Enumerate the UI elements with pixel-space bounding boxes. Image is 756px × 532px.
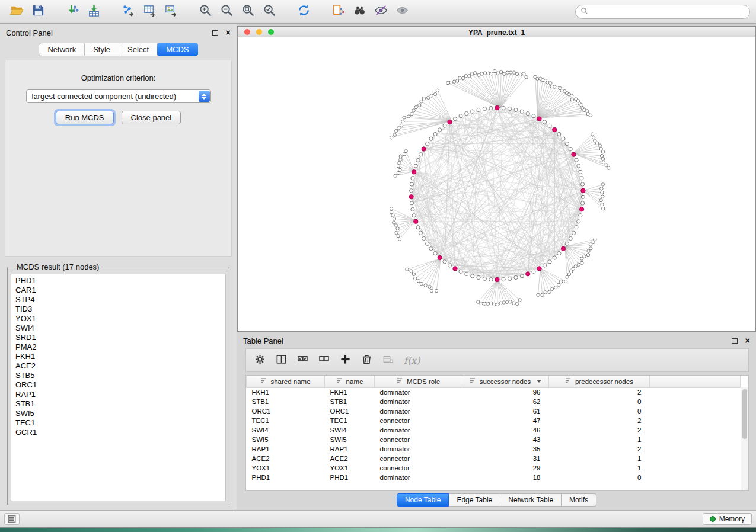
binoculars-icon [353, 4, 366, 20]
table-settings-button[interactable] [254, 354, 266, 367]
mcds-result-item[interactable]: YOX1 [15, 314, 221, 323]
export-network-button[interactable] [117, 3, 139, 21]
run-mcds-button[interactable]: Run MCDS [56, 111, 114, 124]
delete-table-button[interactable] [382, 354, 394, 367]
table-row[interactable]: ACE2ACE2connector311 [247, 454, 741, 463]
close-window-icon[interactable] [244, 29, 250, 35]
network-graph[interactable] [238, 37, 755, 331]
mcds-result-item[interactable]: STP4 [15, 295, 221, 305]
show-graphics-details-button[interactable] [391, 3, 413, 21]
add-column-button[interactable] [340, 354, 351, 367]
open-file-button[interactable] [6, 3, 27, 21]
table-cell: 62 [462, 397, 549, 406]
export-image-button[interactable] [160, 3, 181, 21]
mcds-result-item[interactable]: ORC1 [15, 380, 221, 390]
column-header-shared-name[interactable]: shared name [247, 376, 325, 387]
mcds-result-list[interactable]: PHD1CAR1STP4TID3YOX1SWI4SRD1PMA2FKH1ACE2… [11, 274, 226, 501]
node-table-container: shared namenameMCDS rolesuccessor nodesp… [245, 375, 749, 491]
tab-node-table[interactable]: Node Table [397, 493, 449, 507]
mcds-result-item[interactable]: STB1 [15, 399, 221, 409]
minimize-window-icon[interactable] [256, 29, 262, 35]
tab-mcds[interactable]: MCDS [157, 43, 197, 56]
close-table-panel-icon[interactable]: × [745, 338, 750, 344]
mcds-result-item[interactable]: CAR1 [15, 286, 221, 295]
table-row[interactable]: SWI5SWI5connector431 [247, 435, 741, 444]
export-table-button[interactable] [139, 3, 160, 21]
network-view-titlebar[interactable]: YPA_prune.txt_1 [238, 27, 755, 37]
select-all-rows-button[interactable] [297, 354, 308, 367]
zoom-out-button[interactable] [216, 3, 237, 21]
zoom-in-button[interactable] [194, 3, 216, 21]
table-scrollbar[interactable] [741, 387, 748, 490]
zoom-fit-button[interactable] [237, 3, 259, 21]
annotation-share-button[interactable] [327, 3, 349, 21]
table-cell: dominator [375, 425, 462, 435]
table-cell: dominator [375, 444, 462, 454]
sort-chevron-icon [537, 380, 541, 383]
function-builder-button[interactable]: f(x) [404, 355, 420, 366]
table-cell: ACE2 [325, 454, 375, 463]
task-history-button[interactable] [4, 513, 20, 525]
column-header-name[interactable]: name [325, 376, 375, 387]
tab-motifs[interactable]: Motifs [562, 493, 596, 507]
save-button[interactable] [27, 3, 49, 21]
mcds-result-item[interactable]: ACE2 [15, 361, 221, 371]
deselect-all-rows-button[interactable] [318, 354, 330, 367]
column-header-filler [650, 376, 741, 387]
window-controls [244, 29, 274, 35]
table-cell: 2 [549, 444, 650, 454]
table-row[interactable]: STB1STB1dominator620 [247, 397, 741, 406]
table-cell: FKH1 [325, 387, 375, 397]
maximize-window-icon[interactable] [268, 29, 274, 35]
import-network-button[interactable] [62, 3, 83, 21]
mcds-result-item[interactable]: SWI5 [15, 409, 221, 418]
show-columns-button[interactable] [276, 354, 287, 367]
column-header-predecessor-nodes[interactable]: predecessor nodes [549, 376, 650, 387]
table-row[interactable]: PHD1PHD1dominator180 [247, 473, 741, 482]
table-row[interactable]: SWI4SWI4dominator462 [247, 425, 741, 435]
tab-select[interactable]: Select [119, 43, 158, 56]
mcds-result-item[interactable]: PMA2 [15, 342, 221, 352]
network-canvas[interactable] [238, 37, 755, 331]
mcds-result-item[interactable]: TID3 [15, 305, 221, 314]
column-header-successor-nodes[interactable]: successor nodes [462, 376, 549, 387]
mcds-result-item[interactable]: FKH1 [15, 352, 221, 361]
import-table-button[interactable] [83, 3, 104, 21]
control-panel-header: Control Panel × [0, 24, 237, 39]
tab-edge-table[interactable]: Edge Table [449, 493, 500, 507]
scrollbar-thumb[interactable] [742, 389, 747, 439]
mcds-result-item[interactable]: PHD1 [15, 276, 221, 286]
optimization-criterion-select[interactable]: largest connected component (undirected) [26, 89, 211, 103]
search-binoculars-button[interactable] [349, 3, 370, 21]
import-table-icon [87, 4, 101, 20]
zoom-selected-button[interactable] [259, 3, 280, 21]
hide-graphics-details-button[interactable] [370, 3, 391, 21]
float-table-panel-icon[interactable] [732, 338, 738, 344]
table-cell: STB1 [247, 397, 325, 406]
mcds-result-item[interactable]: TEC1 [15, 418, 221, 428]
float-panel-icon[interactable] [212, 30, 218, 36]
refresh-button[interactable] [293, 3, 314, 21]
table-row[interactable]: YOX1YOX1connector291 [247, 463, 741, 473]
table-row[interactable]: TEC1TEC1connector472 [247, 416, 741, 425]
tab-network-table[interactable]: Network Table [500, 493, 562, 507]
network-search-field[interactable] [575, 5, 750, 19]
tab-network[interactable]: Network [39, 43, 85, 56]
close-panel-button[interactable]: Close panel [122, 111, 181, 124]
table-row[interactable]: ORC1ORC1dominator610 [247, 406, 741, 416]
tab-style[interactable]: Style [85, 43, 119, 56]
close-panel-icon[interactable]: × [225, 30, 231, 36]
table-cell: 1 [549, 454, 650, 463]
mcds-result-item[interactable]: RAP1 [15, 390, 221, 399]
memory-button[interactable]: Memory [703, 513, 752, 525]
table-row[interactable]: RAP1RAP1dominator352 [247, 444, 741, 454]
mcds-result-item[interactable]: SRD1 [15, 333, 221, 342]
table-cell: 0 [549, 473, 650, 482]
mcds-result-item[interactable]: SWI4 [15, 323, 221, 333]
search-input[interactable] [591, 8, 745, 16]
column-header-MCDS-role[interactable]: MCDS role [375, 376, 462, 387]
delete-column-button[interactable] [361, 354, 372, 367]
mcds-result-item[interactable]: STB5 [15, 371, 221, 380]
mcds-result-item[interactable]: GCR1 [15, 428, 221, 437]
table-row[interactable]: FKH1FKH1dominator962 [247, 387, 741, 397]
